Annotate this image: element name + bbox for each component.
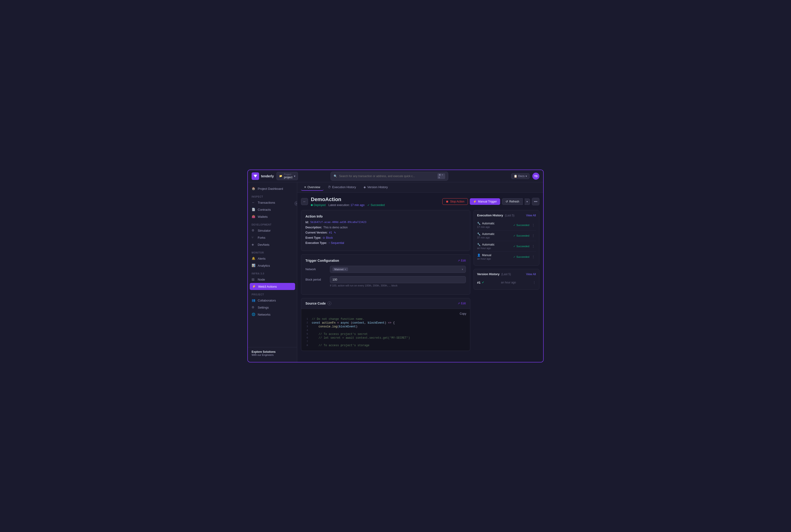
more-options-button[interactable]: ••• (532, 198, 539, 205)
tab-version-history[interactable]: ◈ Version History (360, 184, 391, 191)
sidebar-item-label: Node (258, 278, 265, 281)
exec-more-button-1[interactable]: ⋮ (531, 223, 536, 227)
exec-status: ✓ Succeeded (513, 234, 529, 237)
sidebar-item-alerts[interactable]: 🔔 Alerts (248, 255, 297, 262)
simulator-icon: ⚙ (252, 229, 255, 232)
docs-chevron: ▾ (525, 174, 527, 178)
exec-more-button-4[interactable]: ⋮ (531, 255, 536, 259)
exec-more-button-2[interactable]: ⋮ (531, 234, 536, 238)
block-period-label: Block period (305, 276, 327, 281)
manual-trigger-button[interactable]: ⚡ Manual Trigger (470, 198, 500, 205)
wrench-icon: 🔧 (477, 232, 481, 236)
sidebar-section-monitor: Monitor (248, 248, 297, 255)
project-dropdown-icon: ▾ (294, 174, 295, 178)
sidebar-item-label: Settings (258, 306, 269, 309)
user-avatar[interactable]: TD (532, 173, 539, 180)
check-icon: ✓ (367, 204, 370, 207)
exec-view-all[interactable]: View All (526, 214, 536, 217)
id-value[interactable]: 5b1647cf-acae-400d-ad38-09ca0a723423 (310, 221, 366, 224)
sidebar-item-label: Contracts (258, 208, 271, 211)
sidebar-item-forks[interactable]: ⑂ Forks (248, 234, 297, 241)
sidebar-item-devnets[interactable]: ◈ DevNets (248, 241, 297, 248)
source-info-icon[interactable]: i (328, 302, 331, 305)
copy-button[interactable]: Copy (460, 312, 466, 316)
back-button[interactable]: ← (301, 198, 308, 205)
sidebar-item-transactions[interactable]: ↔ Transactions (248, 199, 297, 206)
sidebar-item-web3-actions[interactable]: ⚡ Web3 Actions (250, 283, 295, 290)
refresh-chevron-button[interactable]: ▾ (525, 198, 530, 205)
sidebar-item-label: Alerts (258, 257, 266, 260)
sidebar-item-networks[interactable]: 🌐 Networks (248, 311, 297, 318)
version-edit-icon[interactable]: ✎ (334, 231, 336, 234)
sidebar-item-label: Transactions (258, 201, 275, 204)
code-line-8: 8 // To access project's storage (301, 344, 470, 347)
execution-type-value: ↑ Sequential (328, 241, 344, 245)
action-title-block: DemoAction Deployed Latest execution: 17… (311, 196, 440, 207)
version-view-all[interactable]: View All (526, 272, 536, 276)
trigger-icon: ⚡ (473, 200, 477, 203)
exec-time: an hour ago (477, 247, 495, 249)
exec-time: 37 min ago (477, 236, 495, 239)
version-more-button[interactable]: ⋮ (533, 281, 536, 284)
exec-history-item-1: 🔧 Automatic 17 min ago ✓ Succeeded (477, 220, 536, 230)
block-period-input[interactable] (330, 276, 466, 283)
sidebar-item-settings[interactable]: ⚙ Settings (248, 304, 297, 311)
exec-status: ✓ Succeeded (513, 255, 529, 259)
deployed-label: Deployed (314, 204, 326, 207)
network-tag: Mainnet × (332, 267, 348, 271)
source-code-header: Source Code i ↗ Edit (301, 298, 470, 309)
sidebar-item-project-dashboard[interactable]: 🏠 Project Dashboard (248, 185, 297, 192)
line-content (312, 340, 313, 343)
block-icon: ⊙ (323, 236, 325, 240)
network-form-row: Network Mainnet × ▾ (305, 266, 466, 273)
app-frame: tenderly 📁 Project project ▾ 🔍 ⌘ + k 📋 D… (247, 170, 544, 362)
right-column: Execution History (Last 5) View All 🔧 (474, 210, 539, 290)
topbar-right: 📋 Docs ▾ TD (511, 173, 539, 180)
sidebar-item-contracts[interactable]: 📄 Contracts (248, 206, 297, 213)
source-edit-button[interactable]: ↗ Edit (458, 302, 466, 305)
refresh-button[interactable]: ↺ Refresh (502, 198, 523, 205)
node-icon: ▤ (252, 278, 255, 281)
sidebar-section-infra: Infra 3.0 (248, 269, 297, 276)
forks-icon: ⑂ (252, 236, 255, 240)
source-title-row: Source Code i (305, 302, 331, 305)
refresh-icon: ↺ (505, 200, 508, 203)
two-column-layout: Action Info Id: 5b1647cf-acae-400d-ad38-… (301, 210, 539, 351)
sidebar-item-analytics[interactable]: 📊 Analytics (248, 262, 297, 269)
network-select[interactable]: Mainnet × ▾ (330, 266, 466, 273)
sidebar-item-node[interactable]: ▤ Node (248, 276, 297, 283)
tab-execution-history[interactable]: ⏱ Execution History (325, 184, 359, 191)
version-history-card: Version History (Last 5) View All #1 ✓ (474, 269, 539, 290)
code-line-2: 2 const actionFn = async (context, block… (301, 321, 470, 325)
exec-type: 🔧 Automatic (477, 222, 495, 225)
info-row-id: Id: 5b1647cf-acae-400d-ad38-09ca0a723423 (305, 221, 466, 224)
sidebar-item-collaborators[interactable]: 👥 Collaborators (248, 297, 297, 304)
sidebar-item-label: Forks (258, 236, 266, 240)
version-number: #1 ✓ (477, 281, 484, 284)
content-area: ≡ Overview ⏱ Execution History ◈ Version… (297, 182, 543, 362)
search-input[interactable] (339, 174, 436, 178)
sidebar-item-label: Project Dashboard (258, 187, 283, 190)
description-value: This is demo action (323, 226, 348, 229)
exec-history-item-3: 🔧 Automatic an hour ago ✓ Succeeded (477, 241, 536, 252)
remove-network-tag[interactable]: × (345, 268, 346, 271)
source-code-title: Source Code (305, 302, 326, 305)
exec-more-button-3[interactable]: ⋮ (531, 244, 536, 248)
tab-overview[interactable]: ≡ Overview (301, 184, 324, 191)
project-selector[interactable]: 📁 Project project ▾ (276, 172, 298, 180)
stop-label: Stop Action (450, 200, 464, 203)
docs-button[interactable]: 📋 Docs ▾ (511, 173, 529, 179)
sidebar-section-development: Development (248, 220, 297, 227)
success-icon: ✓ (513, 245, 516, 248)
sidebar-item-wallets[interactable]: 👛 Wallets (248, 213, 297, 220)
web3-actions-icon: ⚡ (252, 285, 256, 288)
sidebar-item-label: DevNets (258, 243, 269, 246)
trigger-edit-button[interactable]: ↗ Edit (458, 259, 466, 262)
stop-action-button[interactable]: ⏹ Stop Action (442, 198, 468, 205)
sidebar-item-simulator[interactable]: ⚙ Simulator (248, 227, 297, 234)
sidebar-bottom: Explore Solutions With our Engineers (248, 347, 297, 359)
analytics-icon: 📊 (252, 264, 255, 267)
line-number: 5 (301, 332, 312, 335)
exec-time: an hour ago (477, 257, 491, 260)
action-meta: Deployed Latest execution: 17 min ago ✓ … (311, 204, 440, 207)
